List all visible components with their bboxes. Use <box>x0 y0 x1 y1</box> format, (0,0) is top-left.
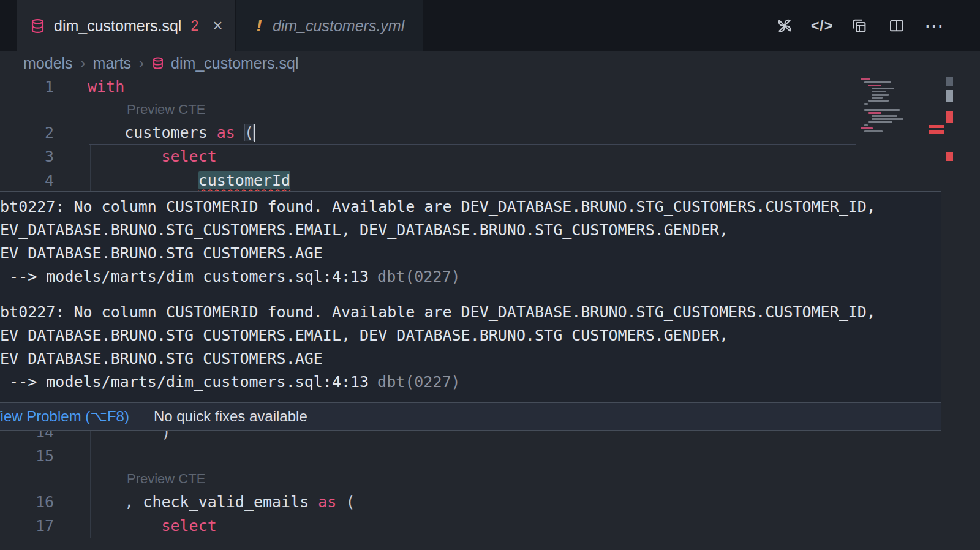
code-line-17[interactable]: 17 select <box>0 514 980 538</box>
error-hover-popup: dbt0227: No column CUSTOMERID found. Ava… <box>0 191 941 431</box>
chevron-right-icon: › <box>138 54 144 73</box>
code-line-15[interactable]: 15 <box>0 444 980 468</box>
vscode-window: dim_customers.sql 2 × ! dim_customers.ym… <box>0 0 980 550</box>
ruler-error-mark <box>946 111 953 123</box>
ruler-mark <box>946 90 953 102</box>
code-line-16[interactable]: 16 , check_valid_emails as ( <box>0 490 980 514</box>
indent-guide <box>90 145 91 192</box>
editor-pane[interactable]: 1 with Preview CTE 2 customers as ( 3 se… <box>0 75 980 550</box>
line-number: 16 <box>0 493 88 511</box>
identifier-customers: customers <box>124 124 217 141</box>
indent <box>88 171 198 189</box>
error-location-path: --> models/marts/dim_customers.sql:4:13 <box>0 373 369 391</box>
code-line-2[interactable]: 2 customers as ( <box>0 121 980 145</box>
breadcrumb-file[interactable]: dim_customers.sql <box>151 55 298 72</box>
error-text: DEV_DATABASE.BRUNO.STG_CUSTOMERS.AGE <box>0 347 941 371</box>
ruler-mark <box>946 77 953 86</box>
ruler-error-mark <box>946 152 953 161</box>
editor-code-bottom: 14 ) 15 Preview CTE 16 , check_valid_ema… <box>0 420 980 538</box>
text-cursor <box>254 124 255 142</box>
tab-label: dim_customers.yml <box>273 17 404 35</box>
code-line-4[interactable]: 4 customerId <box>0 168 980 192</box>
indent <box>88 148 161 165</box>
error-source: dbt(0227) <box>377 373 460 391</box>
compiled-code-icon[interactable]: </> <box>812 15 832 36</box>
codelens-preview-cte[interactable]: Preview CTE <box>0 468 980 490</box>
indent <box>88 517 161 535</box>
indent <box>88 124 124 141</box>
view-problem-link[interactable]: View Problem (⌥F8) <box>0 408 129 425</box>
error-hover-footer: View Problem (⌥F8) No quick fixes availa… <box>0 402 941 430</box>
editor-code-top: 1 with Preview CTE 2 customers as ( 3 se… <box>0 75 980 192</box>
error-source: dbt(0227) <box>377 268 460 285</box>
indent <box>88 493 124 511</box>
identifier-check-valid-emails: check_valid_emails <box>143 493 318 511</box>
error-hover-body: dbt0227: No column CUSTOMERID found. Ava… <box>0 192 941 402</box>
space <box>235 124 244 141</box>
error-text: DEV_DATABASE.BRUNO.STG_CUSTOMERS.EMAIL, … <box>0 219 941 242</box>
keyword-select: select <box>161 148 216 165</box>
open-paren: ( <box>244 124 254 141</box>
breadcrumb-file-label: dim_customers.sql <box>171 55 298 72</box>
code-line-1[interactable]: 1 with <box>0 75 980 99</box>
line-number: 1 <box>0 78 88 96</box>
minimap-error-mark <box>929 125 944 128</box>
keyword-with: with <box>88 78 124 96</box>
line-number: 15 <box>0 447 88 465</box>
line-number: 2 <box>0 124 88 141</box>
split-editor-icon[interactable] <box>886 15 907 36</box>
error-text: DEV_DATABASE.BRUNO.STG_CUSTOMERS.EMAIL, … <box>0 324 941 347</box>
error-message-block: dbt0227: No column CUSTOMERID found. Ava… <box>0 301 941 394</box>
codelens-preview-cte[interactable]: Preview CTE <box>0 99 980 121</box>
query-results-icon[interactable] <box>849 15 870 36</box>
open-paren: ( <box>336 493 355 511</box>
keyword-select: select <box>161 517 216 535</box>
error-message-block: dbt0227: No column CUSTOMERID found. Ava… <box>0 195 941 288</box>
database-icon <box>29 18 46 34</box>
tab-problem-badge: 2 <box>190 18 198 34</box>
editor-tab-bar: dim_customers.sql 2 × ! dim_customers.ym… <box>0 0 980 51</box>
keyword-as: as <box>318 493 336 511</box>
breadcrumb-models[interactable]: models <box>23 55 73 72</box>
line-number: 3 <box>0 148 88 165</box>
codelens-label[interactable]: Preview CTE <box>127 102 205 118</box>
error-location: --> models/marts/dim_customers.sql:4:13d… <box>0 371 941 394</box>
comma: , <box>124 493 143 511</box>
error-text: DEV_DATABASE.BRUNO.STG_CUSTOMERS.AGE <box>0 242 941 265</box>
breadcrumb: models › marts › dim_customers.sql <box>0 51 980 75</box>
database-icon <box>151 56 165 70</box>
dbt-power-user-icon[interactable] <box>774 15 795 36</box>
breadcrumb-marts[interactable]: marts <box>93 55 132 72</box>
code-line-3[interactable]: 3 select <box>0 145 980 168</box>
codelens-label[interactable]: Preview CTE <box>127 471 205 487</box>
tab-dim-customers-sql[interactable]: dim_customers.sql 2 × <box>17 0 235 51</box>
error-text: dbt0227: No column CUSTOMERID found. Ava… <box>0 195 941 219</box>
error-location-path: --> models/marts/dim_customers.sql:4:13 <box>0 268 369 285</box>
editor-actions: </> ⋯ <box>774 0 980 51</box>
minimap[interactable] <box>861 78 945 134</box>
line-number: 4 <box>0 171 88 189</box>
error-location: --> models/marts/dim_customers.sql:4:13d… <box>0 265 941 288</box>
more-actions-icon[interactable]: ⋯ <box>924 15 944 36</box>
minimap-error-mark <box>929 130 944 134</box>
close-icon[interactable]: × <box>213 17 222 34</box>
quick-fix-status: No quick fixes available <box>154 408 307 425</box>
line-number: 17 <box>0 517 88 535</box>
keyword-as: as <box>217 124 235 141</box>
indent-guide <box>127 145 127 192</box>
error-text: dbt0227: No column CUSTOMERID found. Ava… <box>0 301 941 324</box>
chevron-right-icon: › <box>80 54 86 73</box>
warning-icon: ! <box>254 16 265 36</box>
error-token-customerid[interactable]: customerId <box>198 171 291 189</box>
tab-dim-customers-yml[interactable]: ! dim_customers.yml <box>236 0 423 51</box>
tab-label: dim_customers.sql <box>54 17 181 35</box>
